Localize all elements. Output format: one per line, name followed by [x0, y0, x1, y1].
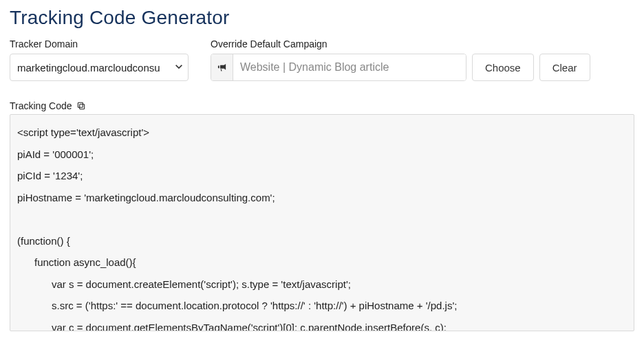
megaphone-icon — [211, 54, 233, 80]
campaign-label: Override Default Campaign — [211, 38, 590, 49]
campaign-input[interactable] — [233, 54, 466, 80]
svg-rect-0 — [79, 104, 84, 109]
tracking-code-block[interactable]: <script type='text/javascript'> piAId = … — [10, 114, 634, 331]
tracker-domain-group: Tracker Domain marketingcloud.marcloudco… — [10, 38, 189, 81]
page-title: Tracking Code Generator — [10, 7, 634, 29]
svg-rect-1 — [78, 102, 83, 107]
tracker-domain-selected: marketingcloud.marcloudconsu — [17, 62, 160, 74]
copy-icon[interactable] — [76, 101, 86, 111]
tracker-domain-select[interactable]: marketingcloud.marcloudconsu — [10, 54, 189, 81]
choose-button[interactable]: Choose — [472, 54, 534, 81]
campaign-row: Choose Clear — [211, 54, 590, 81]
tracking-code-label: Tracking Code — [10, 100, 72, 111]
chevron-down-icon — [174, 62, 184, 74]
form-row: Tracker Domain marketingcloud.marcloudco… — [10, 38, 634, 81]
tracking-label-row: Tracking Code — [10, 100, 634, 111]
tracker-domain-label: Tracker Domain — [10, 38, 189, 49]
clear-button[interactable]: Clear — [539, 54, 590, 81]
campaign-group: Override Default Campaign Choose Clear — [211, 38, 590, 81]
campaign-input-group — [211, 54, 466, 81]
